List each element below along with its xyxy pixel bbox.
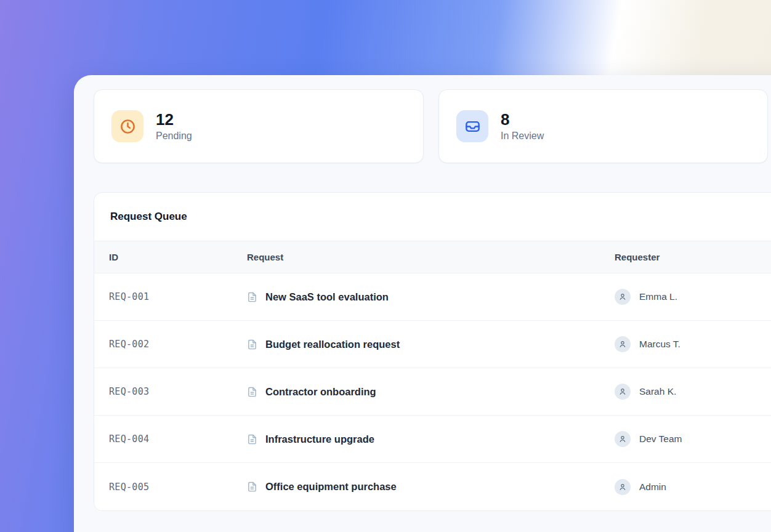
- column-header-request: Request: [247, 252, 615, 262]
- main-panel: 12 Pending 8 In Review Request Queue ID …: [74, 75, 771, 532]
- request-id: REQ-004: [109, 433, 247, 445]
- request-title: Budget reallocation request: [265, 339, 400, 350]
- requester-cell: Marcus T.: [615, 336, 771, 352]
- document-icon: [247, 339, 257, 350]
- in-review-icon-tile: [456, 110, 488, 142]
- request-id: REQ-005: [109, 482, 247, 493]
- column-header-requester: Requester: [615, 252, 771, 262]
- document-icon: [247, 434, 257, 445]
- in-review-stat-text: 8 In Review: [501, 111, 544, 142]
- stat-card-pending: 12 Pending: [94, 89, 424, 163]
- requester-cell: Sarah K.: [615, 384, 771, 400]
- table-title-bar: Request Queue: [94, 193, 771, 241]
- column-header-id: ID: [109, 252, 247, 262]
- requester-name: Dev Team: [639, 433, 682, 445]
- pending-stat-text: 12 Pending: [156, 111, 192, 142]
- clock-icon: [119, 118, 136, 135]
- table-header-row: ID Request Requester: [94, 241, 771, 273]
- table-title: Request Queue: [110, 211, 187, 223]
- request-id: REQ-001: [109, 291, 247, 302]
- request-cell: Budget reallocation request: [247, 339, 615, 350]
- table-row[interactable]: REQ-005 Office equipment purchase Admin: [94, 463, 771, 510]
- person-icon: [618, 387, 627, 396]
- requester-name: Emma L.: [639, 291, 677, 302]
- request-cell: Infrastructure upgrade: [247, 433, 615, 445]
- inbox-icon: [464, 118, 481, 135]
- requester-cell: Admin: [615, 479, 771, 495]
- table-row[interactable]: REQ-001 New SaaS tool evaluation Emma L.: [94, 273, 771, 321]
- requester-cell: Dev Team: [615, 431, 771, 447]
- request-id: REQ-003: [109, 386, 247, 397]
- person-icon: [618, 340, 627, 349]
- request-cell: Office equipment purchase: [247, 481, 615, 493]
- person-icon: [618, 435, 627, 443]
- stat-card-in-review: 8 In Review: [438, 89, 768, 163]
- table-row[interactable]: REQ-004 Infrastructure upgrade Dev Team: [94, 416, 771, 463]
- request-cell: Contractor onboarding: [247, 386, 615, 398]
- stats-row: 12 Pending 8 In Review: [94, 89, 771, 163]
- person-icon: [618, 292, 627, 301]
- person-icon: [618, 483, 627, 491]
- document-icon: [247, 482, 257, 492]
- request-title: New SaaS tool evaluation: [265, 291, 389, 303]
- avatar: [615, 479, 631, 495]
- in-review-label: In Review: [501, 131, 544, 142]
- avatar: [615, 431, 631, 447]
- avatar: [615, 384, 631, 400]
- requester-name: Sarah K.: [639, 386, 676, 397]
- in-review-count: 8: [501, 111, 544, 129]
- request-title: Contractor onboarding: [265, 386, 376, 398]
- request-title: Office equipment purchase: [265, 481, 397, 493]
- table-row[interactable]: REQ-003 Contractor onboarding Sarah K.: [94, 368, 771, 416]
- pending-icon-tile: [111, 110, 143, 142]
- avatar: [615, 336, 631, 352]
- pending-label: Pending: [156, 131, 192, 142]
- document-icon: [247, 292, 257, 302]
- request-cell: New SaaS tool evaluation: [247, 291, 615, 303]
- request-title: Infrastructure upgrade: [265, 433, 374, 445]
- dashboard-page: { "stats": [ { "value": "12", "label": "…: [0, 0, 771, 532]
- document-icon: [247, 387, 257, 397]
- requester-cell: Emma L.: [615, 289, 771, 305]
- pending-count: 12: [156, 111, 192, 129]
- table-row[interactable]: REQ-002 Budget reallocation request Marc…: [94, 321, 771, 368]
- requester-name: Admin: [639, 482, 666, 493]
- request-id: REQ-002: [109, 339, 247, 350]
- requester-name: Marcus T.: [639, 339, 680, 350]
- request-queue-card: Request Queue ID Request Requester REQ-0…: [94, 192, 771, 511]
- avatar: [615, 289, 631, 305]
